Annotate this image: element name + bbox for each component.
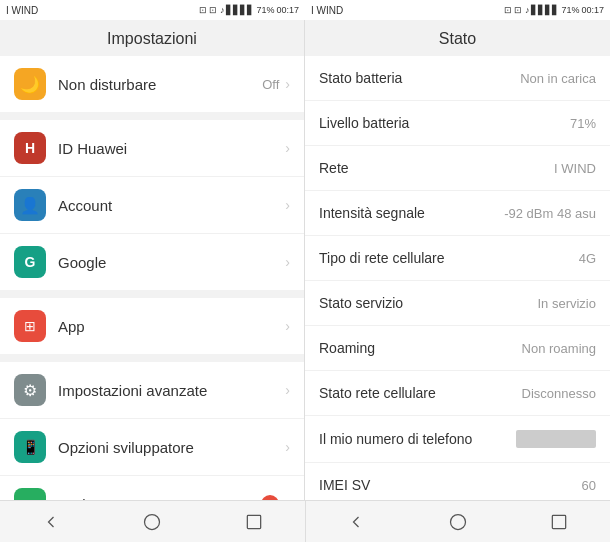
rete-value: I WIND: [554, 161, 596, 176]
id-huawei-chevron: ›: [285, 140, 290, 156]
settings-item-updater[interactable]: ↑ Updater 1 ›: [0, 476, 304, 500]
status-item-livello-batteria: Livello batteria 71%: [305, 101, 610, 146]
nav-home-left[interactable]: [139, 509, 165, 535]
account-chevron: ›: [285, 197, 290, 213]
settings-section-1: 🌙 Non disturbare Off ›: [0, 56, 304, 112]
svg-rect-1: [247, 515, 260, 528]
nav-recent-right[interactable]: [546, 509, 572, 535]
app-chevron: ›: [285, 318, 290, 334]
intensita-segnale-label: Intensità segnale: [319, 205, 425, 221]
nav-home-right[interactable]: [445, 509, 471, 535]
settings-item-app[interactable]: ⊞ App ›: [0, 298, 304, 354]
main-content: Impostazioni 🌙 Non disturbare Off › H ID…: [0, 20, 610, 500]
updater-chevron: ›: [285, 496, 290, 500]
carrier-left: I WIND: [6, 5, 38, 16]
account-icon: 👤: [14, 189, 46, 221]
opzioni-sviluppatore-label: Opzioni sviluppatore: [58, 439, 285, 456]
id-huawei-label: ID Huawei: [58, 140, 285, 157]
settings-list: 🌙 Non disturbare Off › H ID Huawei › 👤 A…: [0, 56, 304, 500]
stato-servizio-value: In servizio: [537, 296, 596, 311]
settings-item-non-disturbare[interactable]: 🌙 Non disturbare Off ›: [0, 56, 304, 112]
settings-item-opzioni-sviluppatore[interactable]: 📱 Opzioni sviluppatore ›: [0, 419, 304, 476]
bottom-nav-left: [0, 501, 305, 542]
roaming-value: Non roaming: [522, 341, 596, 356]
stato-servizio-label: Stato servizio: [319, 295, 403, 311]
status-list: Stato batteria Non in carica Livello bat…: [305, 56, 610, 500]
livello-batteria-label: Livello batteria: [319, 115, 409, 131]
nav-back-right[interactable]: [343, 509, 369, 535]
carrier-right: I WIND: [311, 5, 343, 16]
status-item-roaming: Roaming Non roaming: [305, 326, 610, 371]
tipo-rete-value: 4G: [579, 251, 596, 266]
google-label: Google: [58, 254, 285, 271]
rete-label: Rete: [319, 160, 349, 176]
updater-badge: 1: [261, 495, 279, 500]
status-bars: I WIND ⊡ ⊡ ♪ ▋▋▋▋ 71% 00:17 I WIND ⊡ ⊡ ♪…: [0, 0, 610, 20]
right-panel: Stato Stato batteria Non in carica Livel…: [305, 20, 610, 500]
settings-item-account[interactable]: 👤 Account ›: [0, 177, 304, 234]
id-huawei-icon: H: [14, 132, 46, 164]
settings-item-impostazioni-avanzate[interactable]: ⚙ Impostazioni avanzate ›: [0, 362, 304, 419]
roaming-label: Roaming: [319, 340, 375, 356]
non-disturbare-value: Off: [262, 77, 279, 92]
stato-rete-cellulare-label: Stato rete cellulare: [319, 385, 436, 401]
status-item-tipo-rete: Tipo di rete cellulare 4G: [305, 236, 610, 281]
settings-item-google[interactable]: G Google ›: [0, 234, 304, 290]
account-label: Account: [58, 197, 285, 214]
app-label: App: [58, 318, 285, 335]
right-panel-title: Stato: [305, 20, 610, 56]
google-chevron: ›: [285, 254, 290, 270]
impostazioni-avanzate-label: Impostazioni avanzate: [58, 382, 285, 399]
google-icon: G: [14, 246, 46, 278]
tipo-rete-label: Tipo di rete cellulare: [319, 250, 445, 266]
status-item-rete: Rete I WIND: [305, 146, 610, 191]
status-item-intensita-segnale: Intensità segnale -92 dBm 48 asu: [305, 191, 610, 236]
numero-telefono-label: Il mio numero di telefono: [319, 431, 472, 447]
svg-point-0: [145, 514, 160, 529]
left-panel-title: Impostazioni: [0, 20, 304, 56]
bottom-navs: [0, 500, 610, 542]
stato-batteria-label: Stato batteria: [319, 70, 402, 86]
status-item-stato-batteria: Stato batteria Non in carica: [305, 56, 610, 101]
impostazioni-avanzate-icon: ⚙: [14, 374, 46, 406]
opzioni-sviluppatore-chevron: ›: [285, 439, 290, 455]
stato-batteria-value: Non in carica: [520, 71, 596, 86]
numero-telefono-value: [516, 430, 596, 448]
status-item-stato-rete-cellulare: Stato rete cellulare Disconnesso: [305, 371, 610, 416]
imei-sv-value: 60: [582, 478, 596, 493]
opzioni-sviluppatore-icon: 📱: [14, 431, 46, 463]
app-icon: ⊞: [14, 310, 46, 342]
settings-section-3: ⊞ App ›: [0, 298, 304, 354]
status-icons-right: ⊡ ⊡ ♪ ▋▋▋▋ 71% 00:17: [504, 5, 604, 15]
nav-recent-left[interactable]: [241, 509, 267, 535]
left-panel: Impostazioni 🌙 Non disturbare Off › H ID…: [0, 20, 305, 500]
livello-batteria-value: 71%: [570, 116, 596, 131]
imei-sv-label: IMEI SV: [319, 477, 370, 493]
status-item-stato-servizio: Stato servizio In servizio: [305, 281, 610, 326]
stato-rete-cellulare-value: Disconnesso: [522, 386, 596, 401]
updater-label: Updater: [58, 496, 261, 501]
svg-rect-3: [553, 515, 566, 528]
status-bar-left: I WIND ⊡ ⊡ ♪ ▋▋▋▋ 71% 00:17: [0, 0, 305, 20]
svg-point-2: [450, 514, 465, 529]
non-disturbare-icon: 🌙: [14, 68, 46, 100]
non-disturbare-chevron: ›: [285, 76, 290, 92]
status-item-numero-telefono: Il mio numero di telefono: [305, 416, 610, 463]
bottom-nav-right: [306, 501, 611, 542]
status-bar-right: I WIND ⊡ ⊡ ♪ ▋▋▋▋ 71% 00:17: [305, 0, 610, 20]
status-icons-left: ⊡ ⊡ ♪ ▋▋▋▋ 71% 00:17: [199, 5, 299, 15]
updater-icon: ↑: [14, 488, 46, 500]
settings-item-id-huawei[interactable]: H ID Huawei ›: [0, 120, 304, 177]
intensita-segnale-value: -92 dBm 48 asu: [504, 206, 596, 221]
impostazioni-avanzate-chevron: ›: [285, 382, 290, 398]
non-disturbare-label: Non disturbare: [58, 76, 262, 93]
status-item-imei-sv: IMEI SV 60: [305, 463, 610, 500]
settings-section-2: H ID Huawei › 👤 Account › G Google ›: [0, 120, 304, 290]
settings-section-4: ⚙ Impostazioni avanzate › 📱 Opzioni svil…: [0, 362, 304, 500]
nav-back-left[interactable]: [38, 509, 64, 535]
